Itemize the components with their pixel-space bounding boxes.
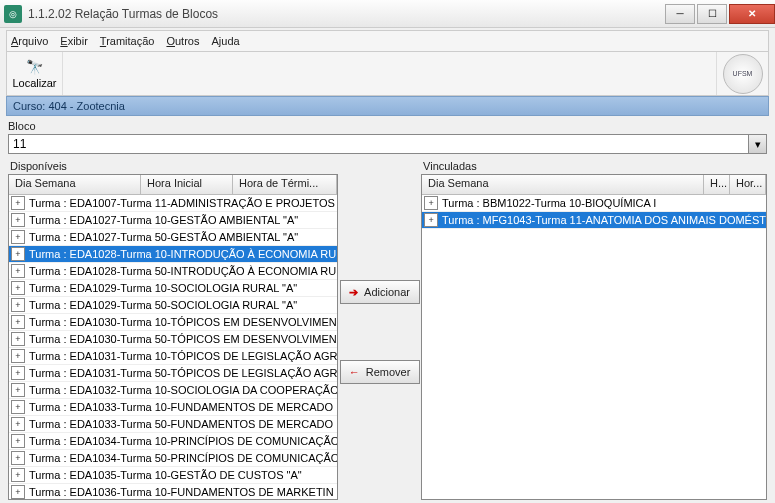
course-label: Curso: 404 - Zootecnia [13, 100, 125, 112]
maximize-button[interactable]: ☐ [697, 4, 727, 24]
disponiveis-row-text: Turma : EDA1035-Turma 10-GESTÃO DE CUSTO… [29, 469, 302, 481]
localizar-button[interactable]: 🔭 Localizar [7, 52, 63, 95]
disponiveis-row-text: Turma : EDA1028-Turma 10-INTRODUÇÃO À EC… [29, 248, 336, 260]
disponiveis-header: Dia Semana Hora Inicial Hora de Térmi... [9, 175, 337, 195]
col-hora-termino[interactable]: Hora de Térmi... [233, 175, 337, 194]
expand-icon[interactable]: + [424, 196, 438, 210]
expand-icon[interactable]: + [11, 400, 25, 414]
logo-icon: UFSM [723, 54, 763, 94]
remover-label: Remover [366, 366, 411, 378]
col-dia-semana[interactable]: Dia Semana [9, 175, 141, 194]
expand-icon[interactable]: + [11, 196, 25, 210]
expand-icon[interactable]: + [11, 451, 25, 465]
remover-button[interactable]: ← Remover [340, 360, 420, 384]
col-hora-inicial[interactable]: Hora Inicial [141, 175, 233, 194]
disponiveis-row-text: Turma : EDA1034-Turma 10-PRINCÍPIOS DE C… [29, 435, 337, 447]
expand-icon[interactable]: + [11, 298, 25, 312]
vinculadas-row[interactable]: +Turma : MFG1043-Turma 11-ANATOMIA DOS A… [422, 212, 766, 229]
disponiveis-row-text: Turma : EDA1031-Turma 50-TÓPICOS DE LEGI… [29, 367, 337, 379]
disponiveis-row[interactable]: +Turma : EDA1034-Turma 50-PRINCÍPIOS DE … [9, 450, 337, 467]
expand-icon[interactable]: + [11, 247, 25, 261]
disponiveis-panel: Disponíveis Dia Semana Hora Inicial Hora… [8, 160, 338, 500]
disponiveis-row[interactable]: +Turma : EDA1029-Turma 50-SOCIOLOGIA RUR… [9, 297, 337, 314]
col-h-v[interactable]: H... [704, 175, 730, 194]
disponiveis-row[interactable]: +Turma : EDA1036-Turma 10-FUNDAMENTOS DE… [9, 484, 337, 499]
window-title: 1.1.2.02 Relação Turmas de Blocos [28, 7, 218, 21]
chevron-down-icon: ▾ [755, 138, 761, 151]
disponiveis-row-text: Turma : EDA1034-Turma 50-PRINCÍPIOS DE C… [29, 452, 337, 464]
expand-icon[interactable]: + [11, 383, 25, 397]
expand-icon[interactable]: + [11, 349, 25, 363]
expand-icon[interactable]: + [424, 213, 438, 227]
disponiveis-row-text: Turma : EDA1028-Turma 50-INTRODUÇÃO À EC… [29, 265, 336, 277]
menu-exibir[interactable]: Exibir [60, 35, 88, 47]
disponiveis-row[interactable]: +Turma : EDA1035-Turma 10-GESTÃO DE CUST… [9, 467, 337, 484]
col-dia-semana-v[interactable]: Dia Semana [422, 175, 704, 194]
vinculadas-body[interactable]: +Turma : BBM1022-Turma 10-BIOQUÍMICA I+T… [422, 195, 766, 499]
disponiveis-row[interactable]: +Turma : EDA1032-Turma 10-SOCIOLOGIA DA … [9, 382, 337, 399]
adicionar-label: Adicionar [364, 286, 410, 298]
expand-icon[interactable]: + [11, 213, 25, 227]
bloco-input[interactable] [8, 134, 749, 154]
expand-icon[interactable]: + [11, 485, 25, 499]
expand-icon[interactable]: + [11, 366, 25, 380]
disponiveis-row[interactable]: +Turma : EDA1033-Turma 50-FUNDAMENTOS DE… [9, 416, 337, 433]
disponiveis-row[interactable]: +Turma : EDA1028-Turma 10-INTRODUÇÃO À E… [9, 246, 337, 263]
adicionar-button[interactable]: ➔ Adicionar [340, 280, 420, 304]
menu-outros[interactable]: Outros [166, 35, 199, 47]
disponiveis-row[interactable]: +Turma : EDA1031-Turma 10-TÓPICOS DE LEG… [9, 348, 337, 365]
vinculadas-row-text: Turma : MFG1043-Turma 11-ANATOMIA DOS AN… [442, 214, 766, 226]
disponiveis-row[interactable]: +Turma : EDA1027-Turma 10-GESTÃO AMBIENT… [9, 212, 337, 229]
bloco-dropdown-button[interactable]: ▾ [749, 134, 767, 154]
action-buttons: ➔ Adicionar ← Remover [338, 160, 421, 500]
disponiveis-row[interactable]: +Turma : EDA1031-Turma 50-TÓPICOS DE LEG… [9, 365, 337, 382]
disponiveis-row-text: Turma : EDA1030-Turma 10-TÓPICOS EM DESE… [29, 316, 337, 328]
menu-ajuda[interactable]: Ajuda [211, 35, 239, 47]
disponiveis-body[interactable]: +Turma : EDA1007-Turma 11-ADMINISTRAÇÃO … [9, 195, 337, 499]
expand-icon[interactable]: + [11, 230, 25, 244]
institution-logo: UFSM [716, 52, 768, 95]
localizar-label: Localizar [12, 77, 56, 89]
disponiveis-row-text: Turma : EDA1031-Turma 10-TÓPICOS DE LEGI… [29, 350, 337, 362]
binoculars-icon: 🔭 [26, 59, 43, 75]
disponiveis-row-text: Turma : EDA1036-Turma 10-FUNDAMENTOS DE … [29, 486, 334, 498]
disponiveis-row[interactable]: +Turma : EDA1007-Turma 11-ADMINISTRAÇÃO … [9, 195, 337, 212]
disponiveis-row[interactable]: +Turma : EDA1029-Turma 10-SOCIOLOGIA RUR… [9, 280, 337, 297]
col-hor-v[interactable]: Hor... [730, 175, 766, 194]
expand-icon[interactable]: + [11, 434, 25, 448]
disponiveis-row[interactable]: +Turma : EDA1030-Turma 50-TÓPICOS EM DES… [9, 331, 337, 348]
vinculadas-header: Dia Semana H... Hor... [422, 175, 766, 195]
main-area: Disponíveis Dia Semana Hora Inicial Hora… [8, 160, 767, 500]
disponiveis-row-text: Turma : EDA1029-Turma 10-SOCIOLOGIA RURA… [29, 282, 297, 294]
disponiveis-row-text: Turma : EDA1033-Turma 10-FUNDAMENTOS DE … [29, 401, 333, 413]
disponiveis-row[interactable]: +Turma : EDA1034-Turma 10-PRINCÍPIOS DE … [9, 433, 337, 450]
expand-icon[interactable]: + [11, 315, 25, 329]
toolbar: 🔭 Localizar UFSM [6, 52, 769, 96]
vinculadas-row-text: Turma : BBM1022-Turma 10-BIOQUÍMICA I [442, 197, 656, 209]
expand-icon[interactable]: + [11, 264, 25, 278]
disponiveis-grid: Dia Semana Hora Inicial Hora de Térmi...… [8, 174, 338, 500]
app-icon: ◎ [4, 5, 22, 23]
menubar: Arquivo Exibir Tramitação Outros Ajuda [6, 30, 769, 52]
disponiveis-row[interactable]: +Turma : EDA1030-Turma 10-TÓPICOS EM DES… [9, 314, 337, 331]
expand-icon[interactable]: + [11, 468, 25, 482]
disponiveis-row[interactable]: +Turma : EDA1028-Turma 50-INTRODUÇÃO À E… [9, 263, 337, 280]
expand-icon[interactable]: + [11, 332, 25, 346]
menu-tramitacao[interactable]: Tramitação [100, 35, 155, 47]
disponiveis-title: Disponíveis [8, 160, 338, 172]
arrow-right-icon: ➔ [349, 286, 358, 299]
close-button[interactable]: ✕ [729, 4, 775, 24]
expand-icon[interactable]: + [11, 417, 25, 431]
arrow-left-icon: ← [349, 366, 360, 378]
vinculadas-title: Vinculadas [421, 160, 767, 172]
disponiveis-row-text: Turma : EDA1032-Turma 10-SOCIOLOGIA DA C… [29, 384, 337, 396]
disponiveis-row-text: Turma : EDA1033-Turma 50-FUNDAMENTOS DE … [29, 418, 333, 430]
disponiveis-row[interactable]: +Turma : EDA1027-Turma 50-GESTÃO AMBIENT… [9, 229, 337, 246]
bloco-section: Bloco ▾ [8, 120, 767, 154]
menu-arquivo[interactable]: Arquivo [11, 35, 48, 47]
bloco-combo: ▾ [8, 134, 767, 154]
vinculadas-row[interactable]: +Turma : BBM1022-Turma 10-BIOQUÍMICA I [422, 195, 766, 212]
disponiveis-row[interactable]: +Turma : EDA1033-Turma 10-FUNDAMENTOS DE… [9, 399, 337, 416]
minimize-button[interactable]: ─ [665, 4, 695, 24]
expand-icon[interactable]: + [11, 281, 25, 295]
